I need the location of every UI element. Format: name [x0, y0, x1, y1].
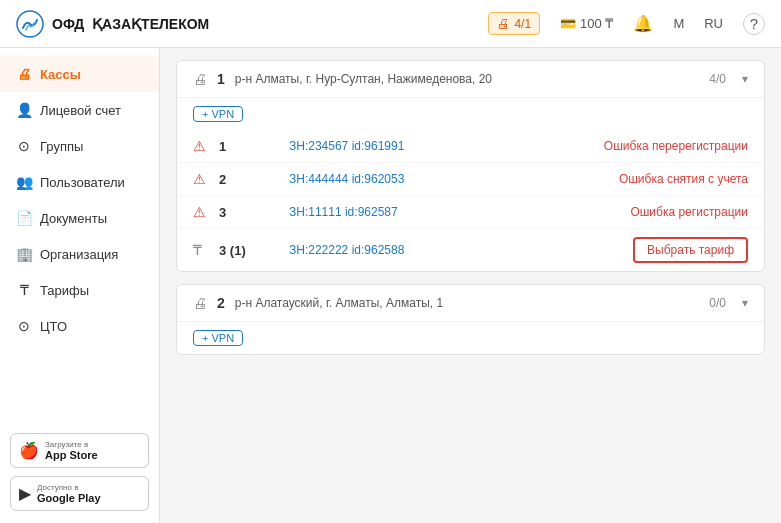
- licevoy-icon: 👤: [16, 102, 32, 118]
- sidebar-item-polzovateli[interactable]: 👥 Пользователи: [0, 164, 159, 200]
- cash-row-1: ⚠ 1 ЗН:234567 id:961991 Ошибка перерегис…: [177, 130, 764, 163]
- header-actions: 🖨 4/1 💳 100 ₸ 🔔 М RU ?: [488, 12, 765, 35]
- section1-number: 1: [217, 71, 225, 87]
- section1-vpn-tag: + VPN: [177, 98, 764, 130]
- cash-id-1: ЗН:234567 id:961991: [289, 139, 594, 153]
- cto-icon: ⊙: [16, 318, 32, 334]
- google-play-sub: Доступно в: [37, 483, 101, 492]
- section2-chevron-icon[interactable]: ▾: [742, 296, 748, 310]
- section-card-2: 🖨 2 р-н Алатауский, г. Алматы, Алматы, 1…: [176, 284, 765, 355]
- dokumenty-icon: 📄: [16, 210, 32, 226]
- google-play-button[interactable]: ▶ Доступно в Google Play: [10, 476, 149, 511]
- printer-badge[interactable]: 🖨 4/1: [488, 12, 540, 35]
- sidebar-item-label: Тарифы: [40, 283, 89, 298]
- money-icon: 💳: [560, 16, 576, 31]
- cash-status-3: Ошибка регистрации: [630, 205, 748, 219]
- section2-printer-icon: 🖨: [193, 295, 207, 311]
- cash-num-3: 3: [219, 205, 279, 220]
- choose-tariff-button[interactable]: Выбрать тариф: [633, 237, 748, 263]
- sidebar-item-dokumenty[interactable]: 📄 Документы: [0, 200, 159, 236]
- cash-status-2: Ошибка снятия с учета: [619, 172, 748, 186]
- app-store-sub: Загрузите в: [45, 440, 98, 449]
- cash-num-1: 1: [219, 139, 279, 154]
- lang-selector[interactable]: RU: [704, 16, 723, 31]
- sidebar-item-label: Пользователи: [40, 175, 125, 190]
- cash-row-2: ⚠ 2 ЗН:444444 id:962053 Ошибка снятия с …: [177, 163, 764, 196]
- organizaciya-icon: 🏢: [16, 246, 32, 262]
- app-container: ОФД ҚАЗАҚТЕЛЕКОМ 🖨 4/1 💳 100 ₸ 🔔 М RU ? …: [0, 0, 781, 523]
- section2-vpn-tag: + VPN: [177, 322, 764, 354]
- section1-printer-icon: 🖨: [193, 71, 207, 87]
- section-card-1: 🖨 1 р-н Алматы, г. Нур-Султан, Нажимеден…: [176, 60, 765, 272]
- sidebar-item-kassы[interactable]: 🖨 Кассы: [0, 56, 159, 92]
- android-icon: ▶: [19, 484, 31, 503]
- printer-icon: 🖨: [497, 16, 510, 31]
- sidebar-item-label: Организация: [40, 247, 118, 262]
- cash-row-4: ₸ 3 (1) ЗН:222222 id:962588 Выбрать тари…: [177, 229, 764, 271]
- help-button[interactable]: ?: [743, 13, 765, 35]
- section1-chevron-icon[interactable]: ▾: [742, 72, 748, 86]
- section2-count: 0/0: [709, 296, 726, 310]
- cash-id-4: ЗН:222222 id:962588: [289, 243, 623, 257]
- google-play-name: Google Play: [37, 492, 101, 504]
- sidebar-item-label: Группы: [40, 139, 83, 154]
- section1-address: р-н Алматы, г. Нур-Султан, Нажимеденова,…: [235, 72, 700, 86]
- section1-count: 4/0: [709, 72, 726, 86]
- section2-address: р-н Алатауский, г. Алматы, Алматы, 1: [235, 296, 700, 310]
- cash-status-1: Ошибка перерегистрации: [604, 139, 748, 153]
- section2-vpn-button[interactable]: + VPN: [193, 330, 243, 346]
- section1-vpn-button[interactable]: + VPN: [193, 106, 243, 122]
- sidebar-item-label: ЦТО: [40, 319, 67, 334]
- tenge-icon: ₸: [193, 242, 209, 258]
- sidebar-item-cto[interactable]: ⊙ ЦТО: [0, 308, 159, 344]
- app-store-button[interactable]: 🍎 Загрузите в App Store: [10, 433, 149, 468]
- logo: ОФД ҚАЗАҚТЕЛЕКОМ: [16, 10, 209, 38]
- apple-icon: 🍎: [19, 441, 39, 460]
- logo-icon: [16, 10, 44, 38]
- company-name: ҚАЗАҚТЕЛЕКОМ: [92, 16, 209, 32]
- section-header-2: 🖨 2 р-н Алатауский, г. Алматы, Алматы, 1…: [177, 285, 764, 322]
- gruppy-icon: ⊙: [16, 138, 32, 154]
- cash-row-3: ⚠ 3 ЗН:11111 id:962587 Ошибка регистраци…: [177, 196, 764, 229]
- sidebar-item-label: Кассы: [40, 67, 81, 82]
- sidebar-item-gruppy[interactable]: ⊙ Группы: [0, 128, 159, 164]
- sidebar-item-label: Лицевой счет: [40, 103, 121, 118]
- error-icon-2: ⚠: [193, 171, 209, 187]
- cash-num-4: 3 (1): [219, 243, 279, 258]
- google-play-text: Доступно в Google Play: [37, 483, 101, 504]
- badge-count: 4/1: [514, 17, 531, 31]
- section2-number: 2: [217, 295, 225, 311]
- error-icon-1: ⚠: [193, 138, 209, 154]
- money-display: 💳 100 ₸: [560, 16, 613, 31]
- money-amount: 100 ₸: [580, 16, 613, 31]
- main-content: 🖨 1 р-н Алматы, г. Нур-Султан, Нажимеден…: [160, 48, 781, 523]
- cash-id-3: ЗН:11111 id:962587: [289, 205, 620, 219]
- bell-button[interactable]: 🔔: [633, 14, 653, 33]
- section-header-1: 🖨 1 р-н Алматы, г. Нур-Султан, Нажимеден…: [177, 61, 764, 98]
- sidebar-item-tarify[interactable]: ₸ Тарифы: [0, 272, 159, 308]
- polzovateli-icon: 👥: [16, 174, 32, 190]
- sidebar-item-licevoy[interactable]: 👤 Лицевой счет: [0, 92, 159, 128]
- body: 🖨 Кассы 👤 Лицевой счет ⊙ Группы 👥 Пользо…: [0, 48, 781, 523]
- sidebar-item-organizaciya[interactable]: 🏢 Организация: [0, 236, 159, 272]
- user-menu[interactable]: М: [673, 16, 684, 31]
- brand-name: ОФД: [52, 16, 84, 32]
- cash-num-2: 2: [219, 172, 279, 187]
- sidebar: 🖨 Кассы 👤 Лицевой счет ⊙ Группы 👥 Пользо…: [0, 48, 160, 523]
- error-icon-3: ⚠: [193, 204, 209, 220]
- sidebar-item-label: Документы: [40, 211, 107, 226]
- header: ОФД ҚАЗАҚТЕЛЕКОМ 🖨 4/1 💳 100 ₸ 🔔 М RU ?: [0, 0, 781, 48]
- tarify-icon: ₸: [16, 282, 32, 298]
- app-store-name: App Store: [45, 449, 98, 461]
- cash-id-2: ЗН:444444 id:962053: [289, 172, 609, 186]
- kassы-icon: 🖨: [16, 66, 32, 82]
- app-store-text: Загрузите в App Store: [45, 440, 98, 461]
